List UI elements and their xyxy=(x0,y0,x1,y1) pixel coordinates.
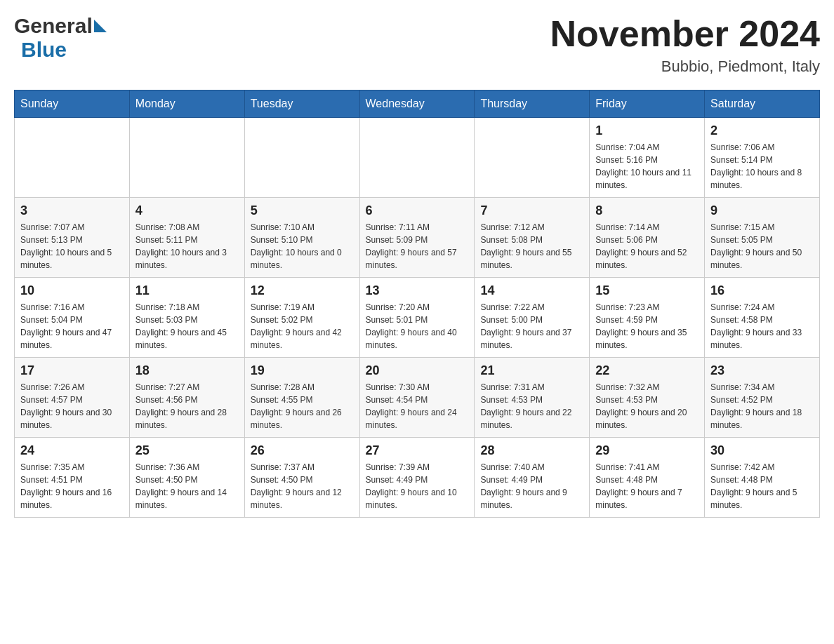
day-info: Sunrise: 7:07 AMSunset: 5:13 PMDaylight:… xyxy=(20,221,124,271)
calendar-cell xyxy=(15,118,130,198)
calendar-cell: 23Sunrise: 7:34 AMSunset: 4:52 PMDayligh… xyxy=(705,358,820,438)
calendar-week-row: 1Sunrise: 7:04 AMSunset: 5:16 PMDaylight… xyxy=(15,118,820,198)
day-number: 15 xyxy=(595,283,699,298)
day-info: Sunrise: 7:30 AMSunset: 4:54 PMDaylight:… xyxy=(366,381,469,431)
calendar-cell: 16Sunrise: 7:24 AMSunset: 4:58 PMDayligh… xyxy=(705,278,820,358)
day-number: 17 xyxy=(20,363,124,378)
calendar-cell: 1Sunrise: 7:04 AMSunset: 5:16 PMDaylight… xyxy=(590,118,705,198)
logo: General Blue xyxy=(14,14,107,62)
day-number: 9 xyxy=(710,203,814,218)
day-info: Sunrise: 7:24 AMSunset: 4:58 PMDaylight:… xyxy=(710,301,814,351)
calendar-day-header: Saturday xyxy=(705,90,820,118)
day-number: 5 xyxy=(251,203,354,218)
calendar-cell: 8Sunrise: 7:14 AMSunset: 5:06 PMDaylight… xyxy=(590,198,705,278)
calendar-cell: 5Sunrise: 7:10 AMSunset: 5:10 PMDaylight… xyxy=(244,198,359,278)
day-info: Sunrise: 7:26 AMSunset: 4:57 PMDaylight:… xyxy=(20,381,124,431)
day-info: Sunrise: 7:16 AMSunset: 5:04 PMDaylight:… xyxy=(20,301,124,351)
month-year-title: November 2024 xyxy=(550,14,820,54)
calendar-cell: 2Sunrise: 7:06 AMSunset: 5:14 PMDaylight… xyxy=(705,118,820,198)
day-info: Sunrise: 7:04 AMSunset: 5:16 PMDaylight:… xyxy=(595,141,699,192)
day-number: 29 xyxy=(595,443,699,458)
calendar-cell: 24Sunrise: 7:35 AMSunset: 4:51 PMDayligh… xyxy=(15,438,130,518)
calendar-day-header: Thursday xyxy=(475,90,590,118)
calendar-week-row: 3Sunrise: 7:07 AMSunset: 5:13 PMDaylight… xyxy=(15,198,820,278)
day-info: Sunrise: 7:31 AMSunset: 4:53 PMDaylight:… xyxy=(480,381,583,431)
day-number: 19 xyxy=(251,363,354,378)
calendar-cell: 3Sunrise: 7:07 AMSunset: 5:13 PMDaylight… xyxy=(15,198,130,278)
calendar-cell: 15Sunrise: 7:23 AMSunset: 4:59 PMDayligh… xyxy=(590,278,705,358)
day-info: Sunrise: 7:12 AMSunset: 5:08 PMDaylight:… xyxy=(480,221,583,271)
day-number: 13 xyxy=(366,283,469,298)
day-number: 2 xyxy=(710,123,814,138)
logo-arrow-icon xyxy=(94,20,107,32)
day-info: Sunrise: 7:28 AMSunset: 4:55 PMDaylight:… xyxy=(251,381,354,431)
day-number: 14 xyxy=(480,283,583,298)
calendar-cell: 25Sunrise: 7:36 AMSunset: 4:50 PMDayligh… xyxy=(129,438,244,518)
day-number: 7 xyxy=(480,203,583,218)
day-number: 11 xyxy=(135,283,239,298)
calendar-cell xyxy=(244,118,359,198)
calendar-cell: 20Sunrise: 7:30 AMSunset: 4:54 PMDayligh… xyxy=(359,358,475,438)
calendar-cell: 14Sunrise: 7:22 AMSunset: 5:00 PMDayligh… xyxy=(475,278,590,358)
calendar-week-row: 17Sunrise: 7:26 AMSunset: 4:57 PMDayligh… xyxy=(15,358,820,438)
day-number: 4 xyxy=(135,203,239,218)
calendar-header-row: SundayMondayTuesdayWednesdayThursdayFrid… xyxy=(15,90,820,118)
day-info: Sunrise: 7:15 AMSunset: 5:05 PMDaylight:… xyxy=(710,221,814,271)
title-block: November 2024 Bubbio, Piedmont, Italy xyxy=(550,14,820,76)
day-number: 1 xyxy=(595,123,699,138)
day-number: 16 xyxy=(710,283,814,298)
day-info: Sunrise: 7:27 AMSunset: 4:56 PMDaylight:… xyxy=(135,381,239,431)
day-number: 30 xyxy=(710,443,814,458)
calendar-cell: 13Sunrise: 7:20 AMSunset: 5:01 PMDayligh… xyxy=(359,278,475,358)
day-number: 27 xyxy=(366,443,469,458)
day-number: 10 xyxy=(20,283,124,298)
day-number: 20 xyxy=(366,363,469,378)
calendar-cell: 6Sunrise: 7:11 AMSunset: 5:09 PMDaylight… xyxy=(359,198,475,278)
calendar-cell: 12Sunrise: 7:19 AMSunset: 5:02 PMDayligh… xyxy=(244,278,359,358)
calendar-cell: 29Sunrise: 7:41 AMSunset: 4:48 PMDayligh… xyxy=(590,438,705,518)
day-info: Sunrise: 7:22 AMSunset: 5:00 PMDaylight:… xyxy=(480,301,583,351)
day-number: 26 xyxy=(251,443,354,458)
day-info: Sunrise: 7:06 AMSunset: 5:14 PMDaylight:… xyxy=(710,141,814,192)
calendar-day-header: Wednesday xyxy=(359,90,475,118)
calendar-cell xyxy=(359,118,475,198)
day-number: 24 xyxy=(20,443,124,458)
calendar-cell: 18Sunrise: 7:27 AMSunset: 4:56 PMDayligh… xyxy=(129,358,244,438)
calendar-cell: 21Sunrise: 7:31 AMSunset: 4:53 PMDayligh… xyxy=(475,358,590,438)
day-info: Sunrise: 7:08 AMSunset: 5:11 PMDaylight:… xyxy=(135,221,239,271)
day-number: 23 xyxy=(710,363,814,378)
day-info: Sunrise: 7:34 AMSunset: 4:52 PMDaylight:… xyxy=(710,381,814,431)
day-info: Sunrise: 7:41 AMSunset: 4:48 PMDaylight:… xyxy=(595,461,699,511)
calendar-cell: 10Sunrise: 7:16 AMSunset: 5:04 PMDayligh… xyxy=(15,278,130,358)
calendar-cell: 19Sunrise: 7:28 AMSunset: 4:55 PMDayligh… xyxy=(244,358,359,438)
day-info: Sunrise: 7:19 AMSunset: 5:02 PMDaylight:… xyxy=(251,301,354,351)
day-info: Sunrise: 7:37 AMSunset: 4:50 PMDaylight:… xyxy=(251,461,354,511)
day-info: Sunrise: 7:42 AMSunset: 4:48 PMDaylight:… xyxy=(710,461,814,511)
calendar-cell: 30Sunrise: 7:42 AMSunset: 4:48 PMDayligh… xyxy=(705,438,820,518)
calendar-cell: 26Sunrise: 7:37 AMSunset: 4:50 PMDayligh… xyxy=(244,438,359,518)
day-number: 21 xyxy=(480,363,583,378)
day-info: Sunrise: 7:36 AMSunset: 4:50 PMDaylight:… xyxy=(135,461,239,511)
logo-general-text: General xyxy=(14,14,93,38)
day-number: 8 xyxy=(595,203,699,218)
page-header: General Blue November 2024 Bubbio, Piedm… xyxy=(14,14,820,76)
calendar-day-header: Sunday xyxy=(15,90,130,118)
day-number: 28 xyxy=(480,443,583,458)
calendar-week-row: 10Sunrise: 7:16 AMSunset: 5:04 PMDayligh… xyxy=(15,278,820,358)
calendar-cell xyxy=(129,118,244,198)
calendar-cell: 22Sunrise: 7:32 AMSunset: 4:53 PMDayligh… xyxy=(590,358,705,438)
calendar-cell: 9Sunrise: 7:15 AMSunset: 5:05 PMDaylight… xyxy=(705,198,820,278)
calendar-cell: 4Sunrise: 7:08 AMSunset: 5:11 PMDaylight… xyxy=(129,198,244,278)
day-number: 25 xyxy=(135,443,239,458)
calendar-day-header: Friday xyxy=(590,90,705,118)
day-info: Sunrise: 7:11 AMSunset: 5:09 PMDaylight:… xyxy=(366,221,469,271)
day-info: Sunrise: 7:32 AMSunset: 4:53 PMDaylight:… xyxy=(595,381,699,431)
day-number: 6 xyxy=(366,203,469,218)
location-subtitle: Bubbio, Piedmont, Italy xyxy=(550,58,820,76)
calendar-cell: 17Sunrise: 7:26 AMSunset: 4:57 PMDayligh… xyxy=(15,358,130,438)
day-info: Sunrise: 7:10 AMSunset: 5:10 PMDaylight:… xyxy=(251,221,354,271)
calendar-week-row: 24Sunrise: 7:35 AMSunset: 4:51 PMDayligh… xyxy=(15,438,820,518)
day-info: Sunrise: 7:23 AMSunset: 4:59 PMDaylight:… xyxy=(595,301,699,351)
day-number: 18 xyxy=(135,363,239,378)
day-number: 12 xyxy=(251,283,354,298)
